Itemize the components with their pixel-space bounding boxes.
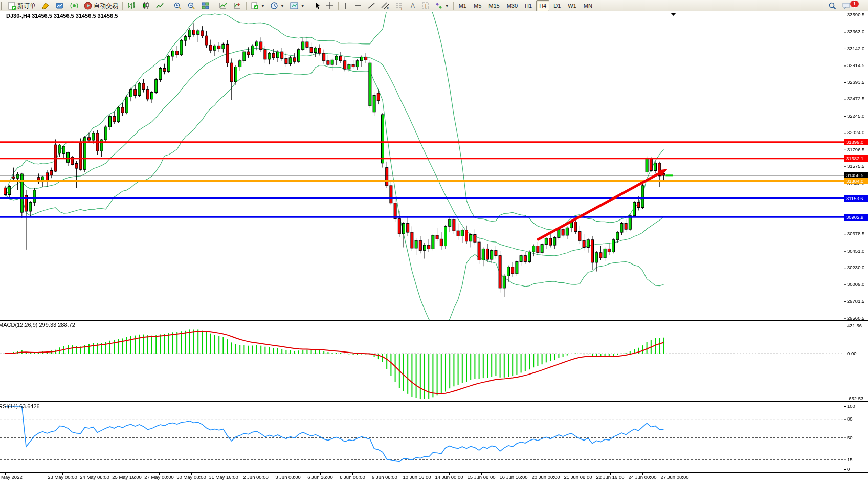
text-tool[interactable]: A <box>407 0 418 11</box>
autotrading-button[interactable]: 自动交易 <box>82 0 120 11</box>
new-order-button[interactable]: 新订单 <box>6 0 38 11</box>
time-axis-label: 6 Jun 16:00 <box>307 474 333 480</box>
time-axis-label: 9 Jun 08:00 <box>372 474 397 480</box>
indicator-list-button[interactable] <box>231 0 244 11</box>
marker-tool-button[interactable] <box>39 0 52 11</box>
timeframe-h4[interactable]: H4 <box>536 0 549 11</box>
time-axis-label: 8 Jun 00:00 <box>340 474 365 480</box>
channel-tool[interactable]: E <box>379 0 392 11</box>
time-axis-label: 22 Jun 16:00 <box>596 474 625 480</box>
bar-chart-mode-button[interactable] <box>125 0 138 11</box>
market-watch-icon <box>55 2 64 10</box>
price-chart-canvas[interactable] <box>0 11 868 484</box>
price-axis-tick: 29560.5 <box>847 315 868 321</box>
search-icon <box>828 2 837 10</box>
ohlc-bars-icon <box>127 2 136 10</box>
zoom-out-icon <box>187 2 196 10</box>
timeframe-m1[interactable]: M1 <box>456 0 470 11</box>
market-watch-button[interactable] <box>53 0 66 11</box>
price-axis-tick: 31575.5 <box>847 163 868 169</box>
marker-icon <box>41 2 50 10</box>
toolbar-grip[interactable] <box>1 2 4 10</box>
toolbar-separator <box>246 2 247 10</box>
time-axis-label: 27 Jun 08:00 <box>661 474 689 480</box>
price-axis-tick: 29781.5 <box>847 298 868 304</box>
time-axis-label: 14 Jun 00:00 <box>435 474 463 480</box>
indicator-window-button[interactable] <box>216 0 230 11</box>
add-indicator-dropdown[interactable]: ▼ <box>249 0 267 11</box>
time-axis-label: 31 May 16:00 <box>209 474 238 480</box>
time-axis-label: 27 May 00:00 <box>144 474 174 480</box>
timeframe-m30[interactable]: M30 <box>504 0 521 11</box>
svg-text:T: T <box>424 3 427 9</box>
zoom-out-button[interactable] <box>185 0 198 11</box>
timeframe-mn[interactable]: MN <box>581 0 595 11</box>
price-axis-tick: 31796.5 <box>847 147 868 153</box>
candlestick-icon <box>141 2 150 10</box>
indicator-window-icon <box>218 2 228 10</box>
fibonacci-icon: F <box>395 2 404 10</box>
main-toolbar: 新订单 自动交易 ▼ ▼ ▼ E F A T ▼ <box>0 0 868 12</box>
autotrading-label: 自动交易 <box>94 2 118 10</box>
price-axis-tick: 32245.0 <box>847 113 868 119</box>
price-line-label: 31153.6 <box>844 195 868 202</box>
trendline-tool[interactable] <box>365 0 377 11</box>
horizontal-line-icon <box>354 2 362 10</box>
shapes-icon <box>435 2 443 10</box>
toolbar-separator <box>122 2 123 10</box>
price-axis-tick: 30230.0 <box>847 265 868 271</box>
vertical-line-icon <box>343 2 349 10</box>
time-axis-label: 21 Jun 08:00 <box>564 474 592 480</box>
time-axis-label: 10 Jun 16:00 <box>403 474 431 480</box>
toolbar-separator <box>453 2 454 10</box>
trading-terminal: 新订单 自动交易 ▼ ▼ ▼ E F A T ▼ <box>0 0 868 484</box>
search-button[interactable] <box>826 0 839 11</box>
toolbar-right-group: 1 <box>825 0 865 11</box>
price-line-label: 31384.0 <box>844 178 868 184</box>
zoom-in-icon <box>173 2 182 10</box>
notification-badge: 1 <box>850 0 859 8</box>
zoom-in-button[interactable] <box>171 0 184 11</box>
price-line-label: 30902.9 <box>844 214 868 221</box>
tile-windows-button[interactable] <box>199 0 212 11</box>
tile-windows-icon <box>201 2 210 10</box>
price-axis-tick: 32693.5 <box>847 79 868 85</box>
price-axis-tick: 33590.5 <box>847 12 868 18</box>
line-chart-mode-button[interactable] <box>153 0 167 11</box>
clock-icon <box>270 2 278 10</box>
toolbar-separator <box>338 2 339 10</box>
templates-dropdown[interactable]: ▼ <box>287 0 307 11</box>
candle-chart-mode-button[interactable] <box>139 0 152 11</box>
timeframe-h1[interactable]: H1 <box>522 0 535 11</box>
notifications-button[interactable]: 1 <box>840 0 864 11</box>
timeframe-m15[interactable]: M15 <box>485 0 502 11</box>
dropdown-arrow-icon: ▼ <box>445 4 449 8</box>
toolbar-separator <box>169 2 169 10</box>
text-label-icon: T <box>421 2 430 10</box>
arrows-dropdown[interactable]: ▼ <box>433 0 451 11</box>
crosshair-icon <box>326 2 334 10</box>
time-axis-label: 15 Jun 08:00 <box>468 474 496 480</box>
svg-text:E: E <box>387 7 389 10</box>
signals-button[interactable] <box>68 0 81 11</box>
timeframe-d1[interactable]: D1 <box>550 0 564 11</box>
line-chart-icon <box>155 2 165 10</box>
price-line-label: 31682.1 <box>844 155 868 162</box>
price-axis-tick: 30451.0 <box>847 248 868 254</box>
vertical-line-tool[interactable] <box>341 0 351 11</box>
channel-icon: E <box>381 2 390 10</box>
template-icon <box>290 2 299 10</box>
horizontal-line-tool[interactable] <box>352 0 364 11</box>
timeframe-m5[interactable]: M5 <box>471 0 484 11</box>
rsi-axis-tick: 80 <box>847 416 868 422</box>
macd-indicator-label: MACD(12,26,9) 299.33 288.72 <box>0 322 75 328</box>
toolbar-separator <box>309 2 309 10</box>
time-axis-label: 23 May 00:00 <box>48 474 77 480</box>
crosshair-tool-button[interactable] <box>324 0 336 11</box>
timeframe-w1[interactable]: W1 <box>565 0 580 11</box>
fibonacci-tool[interactable]: F <box>393 0 406 11</box>
periods-dropdown[interactable]: ▼ <box>268 0 286 11</box>
timeframe-group: M1M5M15M30H1H4D1W1MN <box>455 0 596 11</box>
cursor-tool-button[interactable] <box>311 0 323 11</box>
text-label-tool[interactable]: T <box>419 0 432 11</box>
